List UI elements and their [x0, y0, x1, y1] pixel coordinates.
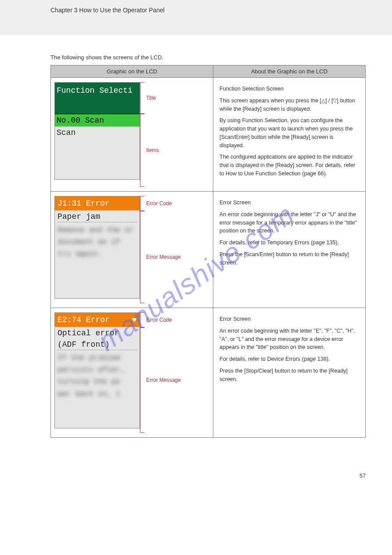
desc-text: An error code beginning with the letter …	[219, 210, 359, 235]
up-arrow-icon: △	[321, 98, 325, 104]
callout-items: Items	[144, 147, 159, 153]
lcd-table: Graphic on the LCD About the Graphic on …	[50, 65, 366, 438]
error-message-body: If the problem persists after, turning t…	[58, 352, 137, 400]
desc-text: ] / [	[325, 98, 333, 104]
desc-text: Press the [Scan/Enter] button to return …	[219, 250, 359, 267]
desc-text: .	[328, 356, 330, 362]
error-message-head-2: (ADF front)	[58, 340, 137, 350]
lcd-function-selection: Function Selecti No.00 Scan Scan	[54, 82, 140, 180]
error-message-head: Paper jam	[58, 212, 137, 222]
error-message-head-1: Optical error	[58, 329, 137, 338]
desc-text: This screen appears when you press the [	[219, 98, 321, 104]
desc-text: For details, refer to	[219, 239, 267, 246]
lcd-error-titlebar: J1:31 Error	[55, 196, 140, 210]
table-row: E2:74 Error Optical error (ADF front) If…	[51, 308, 366, 438]
link-device-errors[interactable]: Device Errors (page 138)	[267, 356, 328, 362]
desc-heading: Error Screen	[219, 199, 359, 207]
desc-text: Press the [Stop/Clear] button to return …	[219, 367, 359, 384]
lcd-selected-item: No.00 Scan	[55, 113, 140, 127]
intro-text: The following shows the screens of the L…	[50, 54, 366, 61]
page-header: Chapter 3 How to Use the Operator Panel	[0, 0, 392, 35]
lcd-title-bar: Function Selecti	[55, 83, 140, 113]
desc-heading: Error Screen	[219, 315, 359, 323]
callout-error-code: Error Code	[144, 200, 172, 207]
lcd-body: Scan	[55, 127, 140, 179]
error-code-text: J1:31 Error	[58, 199, 110, 208]
table-row: Function Selecti No.00 Scan Scan Title I…	[51, 78, 366, 192]
description-function-selection: Function Selection Screen This screen ap…	[217, 82, 362, 184]
desc-text: .	[326, 170, 327, 177]
callout-error-message: Error Message	[144, 377, 181, 383]
lcd-e-error: E2:74 Error Optical error (ADF front) If…	[54, 312, 140, 428]
col-header-description: About the Graphic on the LCD	[213, 65, 366, 78]
description-j-error: Error Screen An error code beginning wit…	[217, 196, 362, 273]
callout-title: Title	[144, 95, 156, 101]
callout-error-code: Error Code	[144, 317, 172, 323]
desc-text: For details, refer to	[219, 356, 267, 362]
lcd-j-error: J1:31 Error Paper jam Remove and the or …	[54, 196, 140, 299]
page-footer: 57	[0, 451, 392, 488]
error-message-body: Remove and the or document an if try aga…	[58, 224, 137, 260]
content-area: The following shows the screens of the L…	[0, 35, 392, 451]
table-row: J1:31 Error Paper jam Remove and the or …	[51, 192, 366, 308]
error-code-text: E2:74 Error	[58, 316, 110, 324]
description-e-error: Error Screen An error code beginning wit…	[217, 312, 362, 389]
page-number: 57	[360, 473, 366, 479]
callout-error-message: Error Message	[144, 254, 181, 260]
lcd-error-titlebar: E2:74 Error	[55, 313, 140, 327]
chapter-title: Chapter 3 How to Use the Operator Panel	[50, 7, 165, 14]
desc-heading: Function Selection Screen	[219, 85, 359, 93]
desc-text: By using Function Selection, you can con…	[219, 116, 359, 149]
desc-text: .	[338, 239, 339, 246]
table-header-row: Graphic on the LCD About the Graphic on …	[51, 65, 366, 78]
link-temporary-errors[interactable]: Temporary Errors (page 135)	[267, 239, 337, 246]
scroll-down-icon	[132, 318, 137, 322]
col-header-graphic: Graphic on the LCD	[51, 65, 213, 78]
link-function-selection[interactable]: How to Use Function Selection (page 66)	[226, 170, 326, 177]
desc-text: An error code beginning with the letter …	[219, 327, 359, 352]
